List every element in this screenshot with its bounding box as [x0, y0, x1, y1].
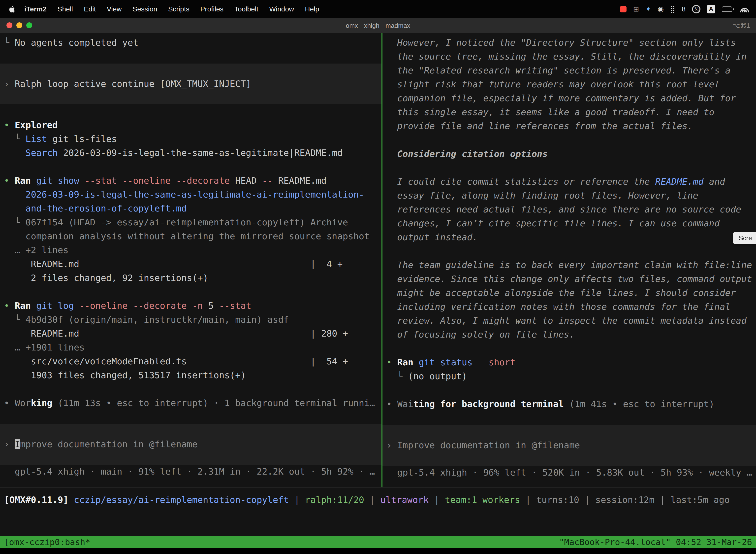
dots-grid-icon[interactable]: ⣿ — [670, 5, 675, 12]
terminal-line: companion analysis without altering the … — [0, 229, 381, 243]
terminal-line: the source tree, missing the essay. Stil… — [382, 50, 756, 63]
text-segment: gpt-5.4 xhigh · main · 91% left · 2.31M … — [4, 466, 375, 477]
battery-icon[interactable] — [722, 6, 734, 12]
menu-help[interactable]: Help — [299, 5, 325, 13]
terminal-line: companion file, especially if more comme… — [382, 91, 756, 105]
terminal-line: • Waiting for background terminal (1m 41… — [382, 397, 756, 411]
omx-status-line: [OMX#0.11.9] cczip/essay/ai-reimplementa… — [0, 493, 756, 507]
text-segment: companion analysis without altering the … — [4, 231, 370, 241]
terminal-line: └ 067f154 (HEAD -> essay/ai-reimplementa… — [0, 215, 381, 229]
screen-recording-icon[interactable] — [620, 6, 627, 12]
text-segment: • — [4, 175, 15, 186]
left-terminal-pane[interactable]: └ No agents completed yet › Ralph loop a… — [0, 33, 381, 487]
text-segment: --stat — [219, 300, 251, 311]
text-segment: README.md — [655, 176, 704, 187]
wifi-icon[interactable] — [740, 6, 749, 12]
terminal-line: I could cite commit statistics or refere… — [382, 175, 756, 189]
text-segment: • — [386, 357, 397, 367]
terminal-line: • Ran git status --short — [382, 355, 756, 369]
text-segment: Search — [25, 148, 58, 158]
terminal-line: └ 4b9d30f (origin/main, instructkr/main,… — [0, 313, 381, 327]
menu-profiles[interactable]: Profiles — [195, 5, 229, 13]
menu-scripts[interactable]: Scripts — [163, 5, 195, 13]
text-segment: and — [704, 176, 725, 187]
menu-bar-status-icons: ⊞✦◉⣿8.61A — [620, 5, 749, 13]
prompt-input-box[interactable]: › Improve documentation in @filename — [0, 424, 381, 465]
text-segment: Ran — [15, 175, 36, 186]
text-segment: provide file and line references from th… — [386, 121, 693, 131]
right-terminal-pane[interactable]: However, I noticed the "Directory Struct… — [382, 33, 756, 487]
terminal-line: › Ralph loop active continue [OMX_TMUX_I… — [0, 77, 381, 91]
terminal-line: … +1901 lines — [0, 340, 381, 354]
text-segment: | — [520, 494, 536, 505]
menu-iterm2[interactable]: iTerm2 — [19, 5, 52, 13]
circle-app-icon[interactable]: ◉ — [657, 5, 664, 12]
terminal-line: this single essay, it seems like a good … — [382, 105, 756, 119]
text-segment: references need actual files, and since … — [386, 204, 741, 214]
text-segment: Wor — [15, 398, 31, 408]
terminal-line: the "Related research writing" section i… — [382, 63, 756, 77]
menu-view[interactable]: View — [101, 5, 127, 13]
zoom-button[interactable] — [26, 22, 32, 28]
terminal-line: README.md | 280 + — [0, 327, 381, 340]
input-source-icon[interactable]: A — [707, 5, 715, 13]
menu-bar: iTerm2ShellEditViewSessionScriptsProfile… — [0, 0, 756, 18]
app-grid-icon[interactable]: ⊞ — [633, 5, 639, 12]
screen-share-indicator[interactable]: Scre — [733, 232, 756, 244]
text-segment: Wai — [397, 399, 413, 409]
gauge-icon[interactable]: .61 — [692, 5, 700, 13]
terminal-line: The team guideline is to back every impo… — [382, 258, 756, 272]
terminal-line: provide file and line references from th… — [382, 119, 756, 133]
text-segment: turns:10 | session:12m | last:5m ago — [536, 494, 730, 505]
text-segment: might be acceptable alongside the file l… — [386, 287, 736, 298]
inject-notice-box[interactable]: › Ralph loop active continue [OMX_TMUX_I… — [0, 63, 381, 104]
text-cursor: I — [15, 439, 20, 449]
screen: iTerm2ShellEditViewSessionScriptsProfile… — [0, 0, 756, 554]
menu-items: iTerm2ShellEditViewSessionScriptsProfile… — [19, 5, 325, 13]
text-segment: The team guideline is to back every impo… — [386, 260, 752, 270]
menu-edit[interactable]: Edit — [78, 5, 101, 13]
menu-shell[interactable]: Shell — [52, 5, 78, 13]
text-segment — [4, 203, 25, 214]
text-segment: | — [364, 494, 380, 505]
text-segment: this single essay, it seems like a good … — [386, 107, 714, 117]
text-segment: • — [4, 398, 15, 408]
terminal-line: references need actual files, and since … — [382, 203, 756, 216]
text-segment: HEAD — [235, 175, 262, 186]
text-segment: [OMX#0.11.9] — [4, 494, 68, 505]
terminal-line: README.md | 4 + — [0, 257, 381, 271]
terminal-line — [382, 383, 756, 397]
text-segment: --short — [478, 357, 516, 367]
text-segment: companion file, especially if more comme… — [386, 93, 736, 103]
text-segment: └ — [4, 133, 25, 144]
window-shortcut-badge: ⌥⌘1 — [733, 21, 750, 29]
apple-menu-icon[interactable] — [9, 5, 16, 13]
thinking-lines: However, I noticed the "Directory Struct… — [382, 36, 756, 425]
text-segment: --stat --oneline --decorate — [84, 175, 235, 186]
prompt-input-box[interactable]: › Improve documentation in @filename — [382, 425, 756, 466]
terminal-line — [0, 285, 381, 299]
text-segment — [4, 148, 25, 158]
minimize-button[interactable] — [16, 22, 22, 28]
terminal-line: including verification notes with those … — [382, 300, 756, 314]
window-title-bar[interactable]: omx --xhigh --madmax ⌥⌘1 — [0, 18, 756, 33]
terminal-line: • Explored — [0, 118, 381, 132]
text-segment: • — [386, 399, 397, 409]
spark-app-icon[interactable]: ✦ — [645, 5, 651, 12]
terminal-line: might be acceptable alongside the file l… — [382, 286, 756, 300]
session-stats-line: gpt-5.4 xhigh · main · 91% left · 2.31M … — [0, 465, 381, 479]
keypad-8-icon[interactable]: 8 — [682, 5, 686, 12]
tool-activity-lines: • Explored └ List git ls-files Search 20… — [0, 104, 381, 424]
text-segment: | — [429, 494, 445, 505]
text-segment: cczip/essay/ai-reimplementation-copyleft — [74, 494, 289, 505]
menu-toolbelt[interactable]: Toolbelt — [229, 5, 264, 13]
text-segment: Ran — [15, 300, 36, 311]
close-button[interactable] — [6, 22, 12, 28]
terminal-line: 2026-03-09-is-legal-the-same-as-legitima… — [0, 188, 381, 202]
text-segment: gpt-5.4 xhigh · 96% left · 520K in · 5.8… — [386, 467, 752, 478]
menu-window[interactable]: Window — [264, 5, 300, 13]
terminal-line: src/voice/voiceModeEnabled.ts | 54 + — [0, 354, 381, 368]
text-segment: 2026-03-09-is-legal-the-same-as-legitima… — [58, 148, 343, 158]
terminal-line — [382, 161, 756, 175]
menu-session[interactable]: Session — [127, 5, 163, 13]
